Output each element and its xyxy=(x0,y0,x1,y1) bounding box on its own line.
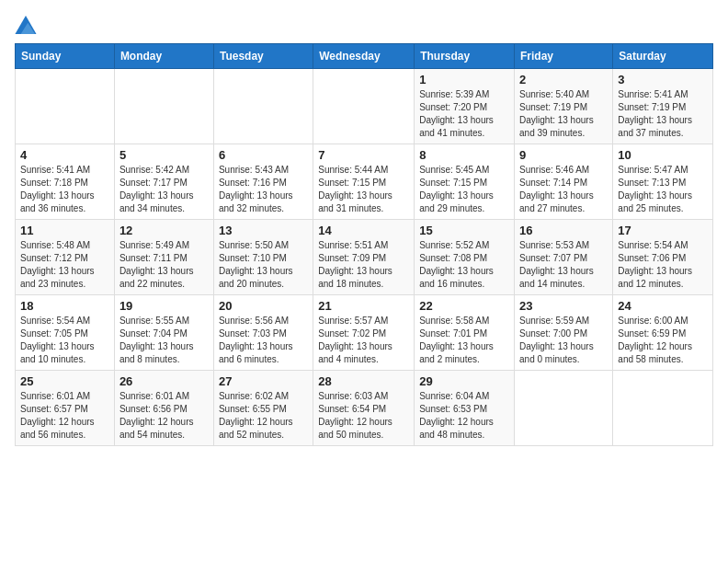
day-cell: 16Sunrise: 5:53 AM Sunset: 7:07 PM Dayli… xyxy=(515,220,613,295)
day-cell: 7Sunrise: 5:44 AM Sunset: 7:15 PM Daylig… xyxy=(313,144,415,220)
day-info: Sunrise: 5:50 AM Sunset: 7:10 PM Dayligh… xyxy=(219,239,308,291)
day-number: 14 xyxy=(318,224,409,237)
day-header: Sunday xyxy=(16,44,115,69)
logo xyxy=(15,15,40,34)
day-number: 7 xyxy=(318,148,409,162)
day-info: Sunrise: 6:01 AM Sunset: 6:57 PM Dayligh… xyxy=(20,390,109,442)
day-cell: 19Sunrise: 5:55 AM Sunset: 7:04 PM Dayli… xyxy=(114,295,213,371)
day-cell: 14Sunrise: 5:51 AM Sunset: 7:09 PM Dayli… xyxy=(313,220,415,295)
day-info: Sunrise: 5:49 AM Sunset: 7:11 PM Dayligh… xyxy=(119,239,209,291)
day-info: Sunrise: 5:41 AM Sunset: 7:18 PM Dayligh… xyxy=(20,164,109,215)
day-number: 16 xyxy=(519,224,608,237)
day-number: 23 xyxy=(519,299,608,313)
day-cell: 2Sunrise: 5:40 AM Sunset: 7:19 PM Daylig… xyxy=(515,69,613,144)
day-number: 21 xyxy=(318,299,409,313)
day-info: Sunrise: 5:42 AM Sunset: 7:17 PM Dayligh… xyxy=(119,164,209,215)
day-cell xyxy=(16,69,115,144)
day-number: 10 xyxy=(618,148,708,162)
day-cell: 28Sunrise: 6:03 AM Sunset: 6:54 PM Dayli… xyxy=(313,371,415,446)
day-info: Sunrise: 5:54 AM Sunset: 7:06 PM Dayligh… xyxy=(618,239,708,291)
day-number: 9 xyxy=(519,148,608,162)
header xyxy=(15,15,713,34)
day-info: Sunrise: 5:39 AM Sunset: 7:20 PM Dayligh… xyxy=(419,88,509,140)
calendar-table: SundayMondayTuesdayWednesdayThursdayFrid… xyxy=(15,43,713,446)
day-info: Sunrise: 6:04 AM Sunset: 6:53 PM Dayligh… xyxy=(419,390,509,442)
week-row: 4Sunrise: 5:41 AM Sunset: 7:18 PM Daylig… xyxy=(16,144,713,220)
day-cell: 17Sunrise: 5:54 AM Sunset: 7:06 PM Dayli… xyxy=(613,220,713,295)
day-number: 13 xyxy=(219,224,308,237)
day-cell xyxy=(213,69,313,144)
day-info: Sunrise: 5:40 AM Sunset: 7:19 PM Dayligh… xyxy=(519,88,608,140)
day-cell xyxy=(613,371,713,446)
day-number: 11 xyxy=(20,224,109,237)
day-cell: 27Sunrise: 6:02 AM Sunset: 6:55 PM Dayli… xyxy=(213,371,313,446)
day-number: 20 xyxy=(219,299,308,313)
day-info: Sunrise: 5:59 AM Sunset: 7:00 PM Dayligh… xyxy=(519,315,608,366)
day-info: Sunrise: 5:41 AM Sunset: 7:19 PM Dayligh… xyxy=(618,88,708,140)
day-cell: 12Sunrise: 5:49 AM Sunset: 7:11 PM Dayli… xyxy=(114,220,213,295)
day-cell: 11Sunrise: 5:48 AM Sunset: 7:12 PM Dayli… xyxy=(16,220,115,295)
day-cell xyxy=(313,69,415,144)
day-cell xyxy=(515,371,613,446)
week-row: 25Sunrise: 6:01 AM Sunset: 6:57 PM Dayli… xyxy=(16,371,713,446)
day-cell: 4Sunrise: 5:41 AM Sunset: 7:18 PM Daylig… xyxy=(16,144,115,220)
day-number: 29 xyxy=(419,374,509,388)
day-number: 6 xyxy=(219,148,308,162)
week-row: 11Sunrise: 5:48 AM Sunset: 7:12 PM Dayli… xyxy=(16,220,713,295)
day-cell: 20Sunrise: 5:56 AM Sunset: 7:03 PM Dayli… xyxy=(213,295,313,371)
day-cell: 22Sunrise: 5:58 AM Sunset: 7:01 PM Dayli… xyxy=(415,295,515,371)
day-info: Sunrise: 5:56 AM Sunset: 7:03 PM Dayligh… xyxy=(219,315,308,366)
day-cell: 1Sunrise: 5:39 AM Sunset: 7:20 PM Daylig… xyxy=(415,69,515,144)
day-number: 24 xyxy=(618,299,708,313)
day-number: 22 xyxy=(419,299,509,313)
day-cell: 21Sunrise: 5:57 AM Sunset: 7:02 PM Dayli… xyxy=(313,295,415,371)
week-row: 18Sunrise: 5:54 AM Sunset: 7:05 PM Dayli… xyxy=(16,295,713,371)
day-number: 3 xyxy=(618,73,708,86)
day-info: Sunrise: 5:55 AM Sunset: 7:04 PM Dayligh… xyxy=(119,315,209,366)
day-info: Sunrise: 5:58 AM Sunset: 7:01 PM Dayligh… xyxy=(419,315,509,366)
day-number: 2 xyxy=(519,73,608,86)
day-header: Monday xyxy=(114,44,213,69)
day-info: Sunrise: 5:48 AM Sunset: 7:12 PM Dayligh… xyxy=(20,239,109,291)
day-info: Sunrise: 5:57 AM Sunset: 7:02 PM Dayligh… xyxy=(318,315,409,366)
day-cell: 6Sunrise: 5:43 AM Sunset: 7:16 PM Daylig… xyxy=(213,144,313,220)
day-header: Saturday xyxy=(613,44,713,69)
day-info: Sunrise: 5:45 AM Sunset: 7:15 PM Dayligh… xyxy=(419,164,509,215)
day-cell: 23Sunrise: 5:59 AM Sunset: 7:00 PM Dayli… xyxy=(515,295,613,371)
day-cell: 8Sunrise: 5:45 AM Sunset: 7:15 PM Daylig… xyxy=(415,144,515,220)
day-cell: 26Sunrise: 6:01 AM Sunset: 6:56 PM Dayli… xyxy=(114,371,213,446)
day-header: Tuesday xyxy=(213,44,313,69)
day-info: Sunrise: 5:46 AM Sunset: 7:14 PM Dayligh… xyxy=(519,164,608,215)
day-number: 12 xyxy=(119,224,209,237)
day-info: Sunrise: 6:00 AM Sunset: 6:59 PM Dayligh… xyxy=(618,315,708,366)
day-info: Sunrise: 6:03 AM Sunset: 6:54 PM Dayligh… xyxy=(318,390,409,442)
header-row: SundayMondayTuesdayWednesdayThursdayFrid… xyxy=(16,44,713,69)
day-cell: 5Sunrise: 5:42 AM Sunset: 7:17 PM Daylig… xyxy=(114,144,213,220)
day-number: 4 xyxy=(20,148,109,162)
day-info: Sunrise: 5:53 AM Sunset: 7:07 PM Dayligh… xyxy=(519,239,608,291)
day-cell: 9Sunrise: 5:46 AM Sunset: 7:14 PM Daylig… xyxy=(515,144,613,220)
day-cell: 25Sunrise: 6:01 AM Sunset: 6:57 PM Dayli… xyxy=(16,371,115,446)
day-number: 26 xyxy=(119,374,209,388)
day-info: Sunrise: 6:01 AM Sunset: 6:56 PM Dayligh… xyxy=(119,390,209,442)
day-number: 18 xyxy=(20,299,109,313)
day-cell: 15Sunrise: 5:52 AM Sunset: 7:08 PM Dayli… xyxy=(415,220,515,295)
day-number: 25 xyxy=(20,374,109,388)
day-cell: 3Sunrise: 5:41 AM Sunset: 7:19 PM Daylig… xyxy=(613,69,713,144)
day-number: 28 xyxy=(318,374,409,388)
day-cell: 29Sunrise: 6:04 AM Sunset: 6:53 PM Dayli… xyxy=(415,371,515,446)
day-info: Sunrise: 6:02 AM Sunset: 6:55 PM Dayligh… xyxy=(219,390,308,442)
day-cell: 18Sunrise: 5:54 AM Sunset: 7:05 PM Dayli… xyxy=(16,295,115,371)
day-number: 19 xyxy=(119,299,209,313)
day-header: Thursday xyxy=(415,44,515,69)
day-info: Sunrise: 5:51 AM Sunset: 7:09 PM Dayligh… xyxy=(318,239,409,291)
day-cell: 10Sunrise: 5:47 AM Sunset: 7:13 PM Dayli… xyxy=(613,144,713,220)
day-cell: 24Sunrise: 6:00 AM Sunset: 6:59 PM Dayli… xyxy=(613,295,713,371)
day-info: Sunrise: 5:54 AM Sunset: 7:05 PM Dayligh… xyxy=(20,315,109,366)
day-header: Wednesday xyxy=(313,44,415,69)
week-row: 1Sunrise: 5:39 AM Sunset: 7:20 PM Daylig… xyxy=(16,69,713,144)
day-info: Sunrise: 5:44 AM Sunset: 7:15 PM Dayligh… xyxy=(318,164,409,215)
day-header: Friday xyxy=(515,44,613,69)
day-number: 17 xyxy=(618,224,708,237)
day-info: Sunrise: 5:43 AM Sunset: 7:16 PM Dayligh… xyxy=(219,164,308,215)
